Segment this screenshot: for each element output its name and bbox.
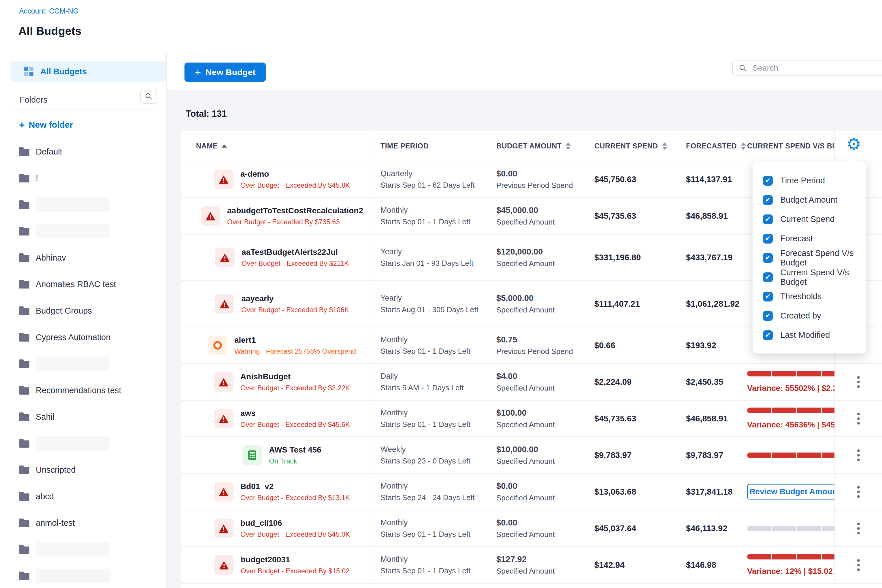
sidebar-folder-item[interactable] xyxy=(0,218,166,244)
column-menu-item[interactable]: Forecast xyxy=(753,229,866,248)
sort-toggle-icon[interactable] xyxy=(741,142,746,150)
column-header[interactable]: FORECASTED xyxy=(686,131,747,161)
sidebar-folder-item[interactable] xyxy=(0,562,166,588)
column-menu-item[interactable]: Created by xyxy=(753,306,866,326)
sidebar-folder-item[interactable]: anmol-test xyxy=(0,510,166,536)
row-menu-button[interactable] xyxy=(854,447,863,464)
sidebar-folder-item[interactable]: Sahil xyxy=(0,404,166,430)
redacted-folder-name xyxy=(36,436,110,450)
folders-sidebar: All Budgets Folders New folder Default ! xyxy=(0,52,166,588)
search-input[interactable] xyxy=(752,63,882,73)
current-spend-cell: $111,407.21 xyxy=(594,281,686,327)
table-row[interactable]: AnishBudget Over Budget - Exceeded By $2… xyxy=(181,363,882,400)
folder-icon xyxy=(19,519,29,527)
sidebar-folder-item[interactable]: Budget Groups xyxy=(0,297,166,324)
budget-status-text: Over Budget - Exceeded By $15.02 xyxy=(241,567,350,575)
checked-checkbox[interactable] xyxy=(763,311,773,321)
sort-asc-icon[interactable] xyxy=(222,144,227,148)
redacted-folder-name xyxy=(36,569,110,583)
sidebar-folder-item[interactable] xyxy=(0,430,166,457)
column-header[interactable]: TIME PERIOD xyxy=(374,131,496,161)
column-header[interactable]: BUDGET AMOUNT xyxy=(496,131,594,161)
sidebar-folder-item[interactable]: Abhinav xyxy=(0,244,166,271)
row-actions-cell xyxy=(835,400,882,436)
budget-status-text: Over Budget - Exceeded By $735.63 xyxy=(227,218,363,226)
forecasted-cell: $46,113.92 xyxy=(686,510,747,546)
row-actions-cell xyxy=(835,437,882,473)
new-budget-button[interactable]: New Budget xyxy=(184,63,266,82)
forecasted-cell: $433,767.19 xyxy=(686,235,747,280)
column-menu-item[interactable]: Time Period xyxy=(753,171,866,190)
budget-name: aabudgetToTestCostRecalculation2 xyxy=(227,206,363,215)
column-menu-item[interactable]: Budget Amount xyxy=(753,190,866,210)
period-type: Yearly xyxy=(381,247,496,256)
budget-amount-cell: $45,000.00 Specified Amount xyxy=(496,198,594,234)
folder-icon xyxy=(19,280,29,288)
column-menu-item[interactable]: Last Modified xyxy=(753,326,866,345)
forecasted-cell: $146.98 xyxy=(686,547,747,583)
sidebar-folder-item[interactable]: ! xyxy=(0,165,166,191)
current-spend: $0.66 xyxy=(594,341,686,350)
checked-checkbox[interactable] xyxy=(763,272,773,282)
checked-checkbox[interactable] xyxy=(763,176,773,186)
sidebar-folder-item[interactable]: Recommendations test xyxy=(0,377,166,404)
sidebar-folder-item[interactable] xyxy=(0,191,166,218)
column-header[interactable]: NAME xyxy=(181,131,374,161)
folder-icon xyxy=(19,492,29,501)
folder-label: abcd xyxy=(36,492,54,501)
column-menu-item[interactable]: Current Spend V/s Budget xyxy=(753,267,866,287)
table-row[interactable]: AWS Test 456 On Track Weekly Starts Sep … xyxy=(181,436,882,473)
warning-circle-icon xyxy=(213,341,222,350)
row-menu-button[interactable] xyxy=(854,373,863,391)
column-header[interactable]: CURRENT SPEND xyxy=(594,131,686,161)
table-row[interactable]: aws Over Budget - Exceeded By $45.6K Mon… xyxy=(181,400,882,436)
name-cell: bud_cli106 Over Budget - Exceeded By $45… xyxy=(181,510,374,546)
table-row[interactable]: bud_cli106 Over Budget - Exceeded By $45… xyxy=(181,510,882,546)
checked-checkbox[interactable] xyxy=(763,234,773,243)
new-folder-button[interactable]: New folder xyxy=(19,120,73,130)
current-spend: $9,783.97 xyxy=(594,450,686,460)
sidebar-folder-item[interactable]: Anomalies RBAC test xyxy=(0,271,166,297)
breadcrumb-account-link[interactable]: Account: CCM-NG xyxy=(19,7,79,15)
checked-checkbox[interactable] xyxy=(763,330,773,340)
checked-checkbox[interactable] xyxy=(763,253,773,263)
budget-amount-type: Specified Amount xyxy=(496,494,594,502)
sidebar-folder-item[interactable]: Default xyxy=(0,138,166,165)
sidebar-folder-item[interactable] xyxy=(0,351,166,377)
row-menu-button[interactable] xyxy=(854,483,863,501)
period-detail: Starts 5 AM - 1 Days Left xyxy=(381,383,496,392)
column-menu-item[interactable]: Current Spend xyxy=(753,210,866,229)
budget-amount: $100.00 xyxy=(496,408,594,418)
column-menu-item[interactable]: Forecast Spend V/s Budget xyxy=(753,248,866,267)
row-actions-cell xyxy=(835,474,882,510)
spend-vs-budget-bar xyxy=(747,554,835,560)
column-menu-label: Time Period xyxy=(780,176,825,185)
review-budget-amount-button[interactable]: Review Budget Amount xyxy=(747,484,835,500)
row-menu-button[interactable] xyxy=(854,556,863,574)
sidebar-item-all-budgets[interactable]: All Budgets xyxy=(11,62,166,82)
budgets-app: Account: CCM-NG All Budgets All Budgets … xyxy=(0,0,882,588)
checked-checkbox[interactable] xyxy=(763,292,773,302)
column-menu-label: Current Spend xyxy=(780,214,835,224)
table-row[interactable]: Bd01_v2 Over Budget - Exceeded By $13.1K… xyxy=(181,473,882,510)
folder-search-button[interactable] xyxy=(140,89,157,104)
column-menu-item[interactable]: Thresholds xyxy=(753,287,866,306)
period-detail: Starts Sep 01 - 1 Days Left xyxy=(381,530,496,539)
table-row[interactable]: budget20031 Over Budget - Exceeded By $1… xyxy=(181,546,882,583)
sort-toggle-icon[interactable] xyxy=(662,142,667,150)
sort-toggle-icon[interactable] xyxy=(566,142,571,150)
row-menu-button[interactable] xyxy=(854,410,863,428)
checked-checkbox[interactable] xyxy=(763,195,773,205)
row-menu-button[interactable] xyxy=(854,520,863,537)
budget-status-text: Over Budget - Exceeded By $45.6K xyxy=(240,420,350,429)
checked-checkbox[interactable] xyxy=(763,214,773,224)
column-settings-gear-icon[interactable] xyxy=(844,135,863,153)
column-header[interactable]: CURRENT SPEND V/S BUDGET xyxy=(747,131,835,161)
sidebar-folder-item[interactable]: Unscripted xyxy=(0,457,166,483)
budget-amount: $5,000.00 xyxy=(496,293,594,303)
sidebar-folder-item[interactable]: abcd xyxy=(0,483,166,510)
sidebar-folder-item[interactable]: Cypress Automation xyxy=(0,324,166,351)
sidebar-folder-item[interactable] xyxy=(0,536,166,562)
folder-label: Recommendations test xyxy=(36,386,122,395)
budget-amount-type: Specified Amount xyxy=(496,567,594,576)
